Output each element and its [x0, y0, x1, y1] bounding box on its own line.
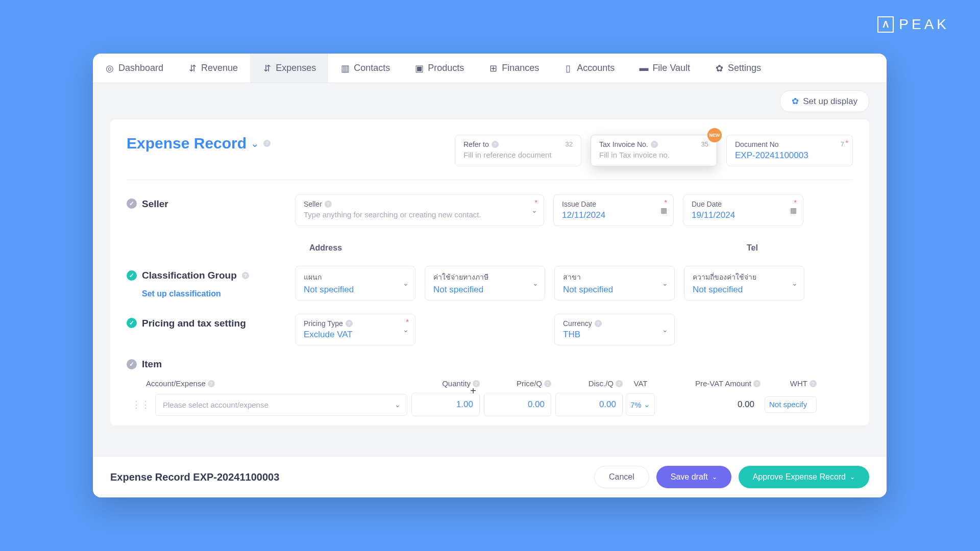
check-icon: ✓ [127, 318, 137, 328]
calendar-icon[interactable]: ▦ [660, 206, 667, 214]
nav-revenue[interactable]: ⇵Revenue [176, 54, 250, 83]
pricing-section-label: Pricing and tax setting [142, 318, 246, 329]
help-icon[interactable]: ? [242, 272, 249, 279]
classification-field-3[interactable]: ความถี่ของค่าใช้จ่าย Not specified ⌄ [684, 266, 804, 300]
drag-handle-icon[interactable]: ⋮⋮ [127, 399, 155, 410]
due-date-field[interactable]: * Due Date 19/11/2024 ▦ [683, 194, 803, 226]
docno-value: EXP-20241100003 [735, 151, 844, 161]
nav-contacts[interactable]: ▥Contacts [328, 54, 402, 83]
nav-settings[interactable]: ✿Settings [702, 54, 773, 83]
chevron-down-icon: ⌄ [395, 400, 401, 409]
th-label: Pre-VAT Amount [695, 379, 751, 388]
check-icon: ✓ [127, 359, 137, 369]
th-label: WHT [790, 379, 807, 388]
chevron-down-icon[interactable]: ⌄ [532, 279, 538, 287]
brand-text: PEAK [899, 16, 949, 33]
tax-invoice-box[interactable]: NEW Tax Invoice No.? 35 Fill in Tax invo… [591, 135, 717, 166]
chevron-down-icon[interactable]: ⌄ [662, 279, 668, 287]
required-star: * [406, 317, 409, 326]
chevron-down-icon[interactable]: ⌄ [531, 206, 537, 214]
save-draft-button[interactable]: Save draft⌄ [656, 466, 731, 488]
refer-label: Refer to [463, 140, 489, 148]
plus-icon[interactable]: + [470, 385, 476, 397]
setup-classification-link[interactable]: Set up classification [142, 289, 221, 298]
pricing-type-field[interactable]: * Pricing Type? Exclude VAT ⌄ [295, 314, 415, 345]
nav-label: Finances [502, 63, 539, 73]
nav-label: Expenses [276, 63, 316, 73]
wht-select[interactable]: Not specify [765, 396, 817, 412]
discount-input[interactable]: 0.00 [555, 393, 623, 416]
required-star: * [534, 198, 537, 207]
account-select[interactable]: Please select account/expense⌄ [155, 394, 407, 416]
classification-section-label: Classification Group [142, 270, 237, 281]
cancel-button[interactable]: Cancel [594, 466, 649, 488]
help-icon: ? [651, 141, 658, 148]
chevron-down-icon[interactable]: ⌄ [792, 279, 798, 287]
money-icon: ⊞ [488, 64, 498, 73]
chevron-down-icon[interactable]: ⌄ [403, 279, 409, 287]
approve-button[interactable]: Approve Expense Record⌄ [739, 466, 869, 488]
docno-label: Document No [735, 140, 779, 148]
building-icon: ▥ [340, 64, 350, 73]
classification-field-2[interactable]: สาขา Not specified ⌄ [554, 266, 675, 300]
chevron-down-icon[interactable]: ⌄ [662, 325, 668, 334]
field-label: Currency [563, 319, 592, 328]
new-badge: NEW [707, 128, 722, 142]
nav-label: Revenue [201, 63, 238, 73]
nav-label: Dashboard [118, 63, 163, 73]
nav-label: Settings [728, 63, 761, 73]
nav-file-vault[interactable]: ▬File Vault [627, 54, 702, 83]
sliders-icon: ⇵ [262, 64, 272, 73]
check-icon: ✓ [127, 270, 137, 281]
required-star: * [794, 198, 797, 207]
field-value: Not specified [433, 285, 536, 295]
draft-label: Save draft [671, 472, 708, 482]
nav-accounts[interactable]: ▯Accounts [551, 54, 627, 83]
th-label: VAT [634, 379, 648, 388]
page-title: Expense Record [127, 135, 247, 152]
nav-finances[interactable]: ⊞Finances [476, 54, 551, 83]
nav-dashboard[interactable]: ◎Dashboard [93, 54, 176, 83]
quantity-input[interactable]: +1.00 [411, 393, 480, 416]
help-icon: ? [616, 380, 623, 387]
help-icon: ? [325, 201, 332, 208]
seller-placeholder: Type anything for searching or creating … [304, 210, 535, 219]
address-label: Address [302, 239, 544, 253]
setup-display-button[interactable]: ✿ Set up display [780, 90, 869, 112]
classification-field-0[interactable]: แผนก Not specified ⌄ [295, 266, 415, 300]
calendar-icon[interactable]: ▦ [790, 206, 797, 214]
page-title-wrap[interactable]: Expense Record ⌄ ? [127, 135, 271, 152]
nav-label: File Vault [652, 63, 690, 73]
chevron-down-icon: ⌄ [850, 473, 855, 481]
th-label: Disc./Q [589, 379, 614, 388]
chevron-down-icon[interactable]: ⌄ [403, 325, 409, 334]
field-label: แผนก [304, 271, 322, 283]
price-input[interactable]: 0.00 [484, 393, 551, 416]
help-icon[interactable]: ? [263, 140, 271, 147]
help-icon: ? [492, 141, 499, 148]
app-window: ◎Dashboard ⇵Revenue ⇵Expenses ▥Contacts … [93, 54, 887, 497]
brand-logo: Λ PEAK [877, 16, 949, 33]
help-icon: ? [595, 320, 602, 327]
prevat-value: 0.00 [658, 399, 761, 410]
currency-field[interactable]: Currency? THB ⌄ [554, 314, 675, 345]
tel-label: Tel [740, 239, 853, 253]
tax-invoice-label: Tax Invoice No. [599, 140, 648, 148]
classification-field-1[interactable]: ค่าใช้จ่ายทางภาษี Not specified ⌄ [425, 266, 545, 300]
refer-to-box[interactable]: Refer to? 32 Fill in reference document [455, 135, 581, 166]
nav-products[interactable]: ▣Products [402, 54, 476, 83]
box-icon: ▣ [414, 64, 424, 73]
help-icon: ? [208, 380, 215, 387]
refer-count: 32 [566, 140, 573, 148]
field-value: Not specified [693, 285, 796, 295]
content-area: Expense Record ⌄ ? Refer to? 32 Fill in … [93, 119, 887, 456]
vat-select[interactable]: 7%⌄ [626, 393, 655, 416]
tax-invoice-placeholder: Fill in Tax invoice no. [599, 151, 708, 159]
refer-placeholder: Fill in reference document [463, 151, 573, 159]
seller-field[interactable]: * Seller? Type anything for searching or… [295, 194, 544, 226]
field-label: ความถี่ของค่าใช้จ่าย [693, 271, 756, 283]
issue-date-field[interactable]: * Issue Date 12/11/2024 ▦ [553, 194, 674, 226]
folder-icon: ▬ [639, 64, 648, 73]
nav-expenses[interactable]: ⇵Expenses [250, 54, 328, 83]
document-no-box[interactable]: * Document No 7 EXP-20241100003 [726, 135, 853, 166]
